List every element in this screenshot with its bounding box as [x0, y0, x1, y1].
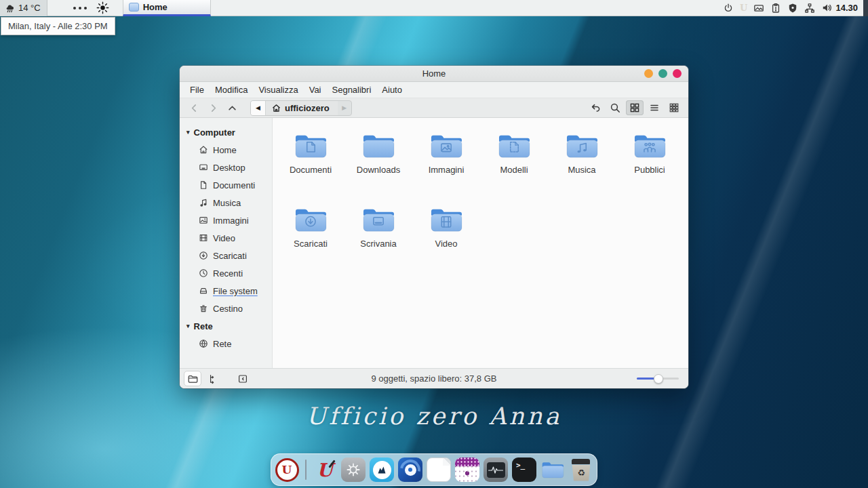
- back-button[interactable]: [185, 100, 203, 115]
- reload-button[interactable]: [587, 100, 604, 115]
- desktop-icon: [198, 163, 208, 172]
- panel-edge-widget[interactable]: [863, 0, 868, 16]
- dock-file-manager-icon[interactable]: [540, 457, 566, 483]
- folder-downloads[interactable]: Downloads: [344, 127, 412, 201]
- dock: UU>_♻: [271, 453, 597, 486]
- panel-menu-icon[interactable]: [73, 7, 87, 9]
- menu-aiuto[interactable]: Aiuto: [377, 83, 407, 96]
- menu-vai[interactable]: Vai: [304, 83, 326, 96]
- folder-icon: [360, 204, 397, 235]
- breadcrumb: ◀ ufficiozero ▶: [250, 100, 352, 116]
- forward-button[interactable]: [204, 100, 222, 115]
- film-icon: [198, 233, 208, 243]
- status-text: 9 oggetti, spazio libero: 37,8 GB: [180, 373, 688, 384]
- zoom-slider[interactable]: [637, 378, 679, 380]
- sidebar-item-cestino[interactable]: Cestino: [186, 300, 272, 317]
- dock-settings-icon[interactable]: [340, 457, 366, 483]
- collapse-triangle-icon: ▾: [186, 323, 190, 329]
- weather-tooltip: Milan, Italy - Alle 2:30 PM: [1, 17, 115, 35]
- folder-immagini[interactable]: Immagini: [412, 127, 480, 201]
- dock-thunderbird-mail-icon[interactable]: [397, 457, 423, 483]
- statusbar: 9 oggetti, spazio libero: 37,8 GB: [180, 368, 688, 388]
- sidebar-item-immagini[interactable]: Immagini: [186, 211, 272, 229]
- titlebar[interactable]: Home: [180, 66, 688, 82]
- dock-ufficiozero-launcher-icon[interactable]: U: [274, 457, 300, 483]
- network-icon[interactable]: [804, 3, 815, 14]
- breadcrumb-back-icon[interactable]: ◀: [251, 101, 266, 115]
- folder-icon: [292, 130, 329, 161]
- compact-view-button[interactable]: [665, 100, 683, 115]
- panel-clock[interactable]: 14.30: [835, 3, 858, 13]
- dock-calendar-icon[interactable]: [454, 457, 480, 483]
- folder-scrivania[interactable]: Scrivania: [344, 201, 412, 275]
- sidebar-item-documenti[interactable]: Documenti: [186, 176, 272, 194]
- sidebar-item-file-system[interactable]: File system: [186, 282, 272, 300]
- folder-view[interactable]: DocumentiDownloadsImmaginiModelliMusicaP…: [273, 118, 688, 368]
- taskbar-item-home[interactable]: Home: [123, 0, 211, 16]
- folder-icon: [292, 204, 329, 235]
- folder-icon: [564, 130, 600, 161]
- weather-widget[interactable]: 14 °C: [0, 0, 47, 16]
- folder-label: Scrivania: [360, 239, 396, 249]
- maximize-button[interactable]: [658, 69, 667, 78]
- download-icon: [198, 251, 208, 260]
- dock-librewolf-browser-icon[interactable]: [369, 457, 395, 483]
- brightness-icon[interactable]: [96, 1, 109, 14]
- folder-icon: [360, 130, 397, 161]
- sidebar-section-rete[interactable]: ▾Rete: [186, 317, 272, 335]
- sidebar-section-computer[interactable]: ▾Computer: [186, 123, 272, 141]
- toolbar: ◀ ufficiozero ▶: [180, 98, 688, 118]
- menu-modifica[interactable]: Modifica: [210, 83, 252, 96]
- music-icon: [198, 198, 208, 207]
- zoom-slider-handle[interactable]: [654, 374, 663, 384]
- folder-label: Immagini: [429, 165, 465, 175]
- folder-pubblici[interactable]: Pubblici: [616, 127, 684, 201]
- clock-icon: [198, 268, 208, 278]
- uz-letter-icon[interactable]: U: [740, 3, 747, 13]
- sidebar-item-video[interactable]: Video: [186, 229, 272, 247]
- folder-label: Musica: [568, 165, 595, 175]
- sidebar-item-scaricati[interactable]: Scaricati: [186, 247, 272, 264]
- clipboard-icon[interactable]: [770, 3, 781, 14]
- sidebar-item-musica[interactable]: Musica: [186, 194, 272, 211]
- sidebar-item-rete[interactable]: Rete: [186, 335, 272, 352]
- search-button[interactable]: [606, 100, 624, 115]
- close-button[interactable]: [673, 69, 682, 78]
- folder-label: Documenti: [290, 165, 332, 175]
- folder-modelli[interactable]: Modelli: [480, 127, 548, 201]
- folder-label: Pubblici: [634, 165, 665, 175]
- list-view-button[interactable]: [646, 100, 663, 115]
- sidebar-item-home[interactable]: Home: [186, 141, 272, 159]
- icon-view-button[interactable]: [626, 100, 644, 115]
- dock-text-editor-icon[interactable]: [426, 457, 452, 483]
- folder-scaricati[interactable]: Scaricati: [277, 201, 344, 275]
- folder-label: Scaricati: [294, 239, 328, 249]
- volume-icon[interactable]: [821, 2, 833, 14]
- collapse-triangle-icon: ▾: [186, 129, 190, 136]
- up-button[interactable]: [223, 100, 241, 115]
- file-manager-window: Home FileModificaVisualizzaVaiSegnalibri…: [180, 66, 688, 388]
- dock-terminal-icon[interactable]: >_: [511, 457, 537, 483]
- folder-icon: [428, 204, 465, 235]
- folder-icon: [496, 130, 532, 161]
- sidebar-item-desktop[interactable]: Desktop: [186, 159, 272, 176]
- folder-documenti[interactable]: Documenti: [277, 127, 344, 201]
- menu-file[interactable]: File: [185, 83, 209, 96]
- dock-system-monitor-icon[interactable]: [483, 457, 509, 483]
- dock-trash-icon[interactable]: ♻: [568, 457, 594, 483]
- shield-icon[interactable]: [787, 3, 798, 14]
- places-sidebar: ▾ComputerHomeDesktopDocumentiMusicaImmag…: [180, 118, 273, 368]
- wallpaper-watermark: Ufficio zero Anna: [0, 403, 868, 430]
- menu-segnalibri[interactable]: Segnalibri: [328, 83, 376, 96]
- dock-uz-writer-icon[interactable]: U: [312, 457, 338, 483]
- folder-icon: [428, 130, 465, 161]
- sidebar-item-recenti[interactable]: Recenti: [186, 264, 272, 282]
- screenshot-icon[interactable]: [753, 3, 764, 14]
- menu-visualizza[interactable]: Visualizza: [254, 83, 302, 96]
- breadcrumb-forward-icon[interactable]: ▶: [338, 101, 351, 115]
- power-icon[interactable]: [723, 3, 734, 14]
- breadcrumb-segment-home[interactable]: ufficiozero: [266, 101, 338, 115]
- minimize-button[interactable]: [644, 69, 653, 78]
- folder-musica[interactable]: Musica: [548, 127, 616, 201]
- folder-video[interactable]: Video: [412, 201, 480, 275]
